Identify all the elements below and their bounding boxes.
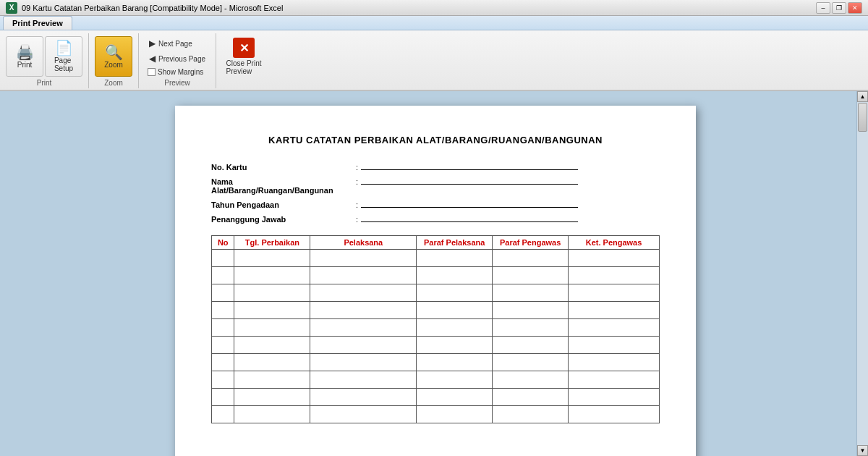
table-cell: [310, 319, 417, 337]
preview-group-buttons: ▶ Next Page ◀ Previous Page Show Margins: [145, 33, 210, 77]
ribbon-group-print: 🖨️ Print 📄 PageSetup Print: [3, 33, 89, 88]
table-cell: [234, 337, 310, 354]
table-cell: [569, 319, 660, 337]
col-header-paraf-pengawas: Paraf Pengawas: [493, 236, 569, 250]
print-group-label: Print: [6, 77, 82, 88]
scrollbar[interactable]: ▲ ▼: [856, 91, 868, 456]
table-cell: [417, 284, 493, 302]
col-header-pelaksana: Pelaksana: [310, 236, 417, 250]
field-label-tahun: Tahun Pengadaan: [211, 200, 356, 209]
table-row: [212, 319, 660, 337]
next-page-button[interactable]: ▶ Next Page: [145, 36, 210, 51]
table-cell: [569, 267, 660, 284]
table-row: [212, 267, 660, 284]
minimize-button[interactable]: –: [816, 2, 830, 14]
document-fields: No. Kartu : Nama Alat/Barang/Ruangan/Ban…: [211, 160, 660, 224]
table-cell: [212, 250, 234, 267]
zoom-button[interactable]: 🔍 Zoom: [95, 36, 132, 77]
zoom-group-buttons: 🔍 Zoom: [95, 33, 132, 77]
table-cell: [417, 302, 493, 319]
table-cell: [569, 302, 660, 319]
nav-stack: ▶ Next Page ◀ Previous Page Show Margins: [145, 36, 210, 77]
next-page-label: Next Page: [158, 40, 192, 48]
table-cell: [569, 250, 660, 267]
data-table: No Tgl. Perbaikan Pelaksana Paraf Pelaks…: [211, 235, 660, 423]
show-margins-label: Show Margins: [158, 68, 203, 76]
ribbon-group-zoom: 🔍 Zoom Zoom: [92, 33, 139, 88]
excel-app-icon: X: [6, 2, 17, 14]
table-cell: [493, 250, 569, 267]
table-cell: [212, 319, 234, 337]
table-cell: [212, 406, 234, 423]
table-cell: [417, 354, 493, 371]
table-cell: [493, 337, 569, 354]
table-cell: [212, 354, 234, 371]
scroll-thumb[interactable]: [858, 103, 867, 132]
close-print-label: Close PrintPreview: [226, 59, 262, 75]
table-row: [212, 406, 660, 423]
main-area: KARTU CATATAN PERBAIKAN ALAT/BARANG/RUAN…: [0, 91, 868, 456]
field-line-no-kartu: [361, 160, 578, 170]
col-header-tgl: Tgl. Perbaikan: [234, 236, 310, 250]
field-label-penanggung: Penanggung Jawab: [211, 215, 356, 224]
field-line-tahun: [361, 198, 578, 208]
table-cell: [212, 267, 234, 284]
table-row: [212, 371, 660, 389]
table-cell: [493, 267, 569, 284]
table-cell: [493, 354, 569, 371]
checkbox-icon: [148, 68, 156, 76]
scroll-track: [857, 102, 868, 445]
show-margins-checkbox[interactable]: Show Margins: [145, 67, 210, 77]
page-setup-label: PageSetup: [54, 56, 73, 72]
ribbon-content: 🖨️ Print 📄 PageSetup Print 🔍 Zoom Zoom: [0, 30, 868, 90]
page-setup-icon: 📄: [55, 41, 73, 55]
ribbon-tabs: Print Preview: [0, 16, 868, 30]
close-group-label: [222, 85, 265, 88]
table-cell: [417, 337, 493, 354]
previous-page-label: Previous Page: [158, 55, 205, 63]
table-cell: [234, 319, 310, 337]
table-cell: [569, 406, 660, 423]
print-label: Print: [17, 61, 33, 69]
table-cell: [310, 371, 417, 389]
table-cell: [493, 284, 569, 302]
table-cell: [234, 389, 310, 406]
table-cell: [310, 302, 417, 319]
ribbon: Print Preview 🖨️ Print 📄 PageSetup Print: [0, 16, 868, 91]
table-cell: [234, 406, 310, 423]
scroll-up-button[interactable]: ▲: [857, 91, 868, 102]
col-header-no: No: [212, 236, 234, 250]
table-cell: [310, 284, 417, 302]
page-setup-button[interactable]: 📄 PageSetup: [45, 36, 82, 77]
table-cell: [493, 389, 569, 406]
field-line-penanggung: [361, 212, 578, 222]
tab-print-preview[interactable]: Print Preview: [3, 16, 72, 30]
scroll-down-button[interactable]: ▼: [857, 445, 868, 456]
title-bar: X 09 Kartu Catatan Perbaikan Barang [Com…: [0, 0, 868, 16]
table-cell: [212, 371, 234, 389]
preview-group-label: Preview: [145, 77, 210, 88]
close-print-preview-button[interactable]: ✕ Close PrintPreview: [222, 36, 265, 77]
close-button[interactable]: ✕: [848, 2, 862, 14]
table-row: [212, 302, 660, 319]
table-cell: [234, 302, 310, 319]
zoom-label: Zoom: [104, 61, 123, 69]
restore-button[interactable]: ❐: [832, 2, 846, 14]
title-bar-text: 09 Kartu Catatan Perbaikan Barang [Compa…: [22, 4, 283, 12]
table-cell: [234, 354, 310, 371]
table-cell: [234, 284, 310, 302]
table-cell: [417, 371, 493, 389]
field-line-nama-alat: [361, 174, 578, 185]
print-button[interactable]: 🖨️ Print: [6, 36, 43, 77]
field-label-nama-alat: Nama Alat/Barang/Ruangan/Bangunan: [211, 177, 356, 195]
table-row: [212, 354, 660, 371]
printer-icon: 🖨️: [16, 45, 34, 59]
table-row: [212, 284, 660, 302]
table-cell: [234, 250, 310, 267]
table-cell: [569, 337, 660, 354]
col-header-paraf-pelaksana: Paraf Pelaksana: [417, 236, 493, 250]
previous-page-button[interactable]: ◀ Previous Page: [145, 51, 210, 66]
close-print-icon: ✕: [233, 38, 255, 58]
page-preview-container: KARTU CATATAN PERBAIKAN ALAT/BARANG/RUAN…: [0, 91, 856, 456]
document-title: KARTU CATATAN PERBAIKAN ALAT/BARANG/RUAN…: [211, 135, 660, 145]
